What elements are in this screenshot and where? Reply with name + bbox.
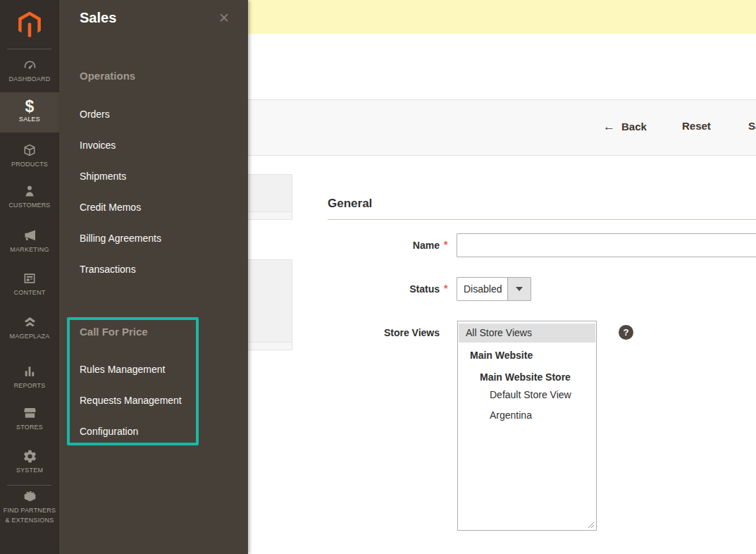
bar-chart-icon [0, 364, 59, 380]
section-title: General [328, 197, 372, 211]
sidebar-item-label: PRODUCTS [0, 161, 59, 168]
sidebar-item-stores[interactable]: STORES [0, 406, 59, 431]
name-label: Name [271, 240, 440, 251]
sidebar-item-label-line2: & EXTENSIONS [0, 517, 59, 524]
sidebar-item-content[interactable]: CONTENT [0, 271, 59, 297]
flyout-section-heading-call-for-price: Call For Price [80, 326, 148, 338]
sidebar-item-label: REPORTS [0, 382, 59, 390]
sidebar-item-label: SYSTEM [0, 467, 59, 474]
store-views-help-icon[interactable]: ? [619, 325, 633, 340]
storefront-icon [0, 406, 59, 421]
store-views-option-all-store-views[interactable]: All Store Views [459, 324, 595, 343]
flyout-item-billing-agreements[interactable]: Billing Agreements [80, 233, 161, 244]
status-required-asterisk: * [444, 283, 447, 294]
flyout-item-rules-management[interactable]: Rules Management [80, 364, 165, 375]
sidebar-item-dashboard[interactable]: DASHBOARD [0, 58, 59, 83]
sidebar-item-label: DASHBOARD [0, 75, 59, 83]
flyout-item-credit-memos[interactable]: Credit Memos [80, 202, 141, 213]
sidebar-divider-bottom [7, 485, 51, 486]
admin-sidebar: DASHBOARD $ SALES PRODUCTS CUSTOMERS MAR… [0, 0, 59, 554]
sidebar-item-sales[interactable]: $ SALES [0, 92, 59, 133]
box-icon [0, 143, 59, 159]
status-select-arrow-button[interactable] [507, 278, 531, 300]
person-icon [0, 184, 59, 199]
flyout-section-heading-operations: Operations [80, 70, 135, 82]
flyout-item-invoices[interactable]: Invoices [80, 140, 116, 151]
sidebar-divider-top [7, 49, 51, 49]
reset-button[interactable]: Reset [682, 120, 711, 132]
save-button[interactable]: Save [748, 120, 756, 132]
sidebar-item-label: CONTENT [0, 289, 59, 297]
brick-icon [0, 489, 59, 505]
sidebar-item-label: MAGEPLAZA [0, 333, 59, 340]
flyout-item-shipments[interactable]: Shipments [80, 171, 126, 182]
store-views-label: Store Views [271, 327, 440, 338]
back-button-label: Back [621, 121, 647, 133]
megaphone-icon [0, 228, 59, 244]
name-input[interactable] [457, 233, 756, 257]
flyout-item-configuration[interactable]: Configuration [80, 426, 138, 437]
sales-flyout-menu: Sales ✕ Operations Orders Invoices Shipm… [59, 0, 248, 554]
sidebar-item-marketing[interactable]: MARKETING [0, 228, 59, 254]
sidebar-item-reports[interactable]: REPORTS [0, 364, 59, 390]
sidebar-item-label: CUSTOMERS [0, 202, 59, 209]
magento-logo[interactable] [0, 0, 59, 49]
dollar-icon: $ [0, 98, 59, 115]
back-button[interactable]: ←Back [603, 120, 647, 134]
sidebar-item-find-partners[interactable]: FIND PARTNERS & EXTENSIONS [0, 489, 59, 524]
section-divider [328, 219, 756, 220]
status-label: Status [271, 283, 440, 295]
magento-admin-screen: ←Back Reset Save General Name * Status *… [0, 0, 756, 554]
store-views-option-default-store-view[interactable]: Default Store View [459, 389, 595, 400]
sidebar-item-label: STORES [0, 424, 59, 431]
flyout-title: Sales [80, 10, 116, 26]
sidebar-item-label-line1: FIND PARTNERS [0, 507, 59, 515]
page-layout-icon [0, 271, 59, 287]
chevron-down-icon [516, 287, 523, 291]
status-select-value: Disabled [457, 283, 507, 295]
close-icon[interactable]: ✕ [216, 10, 233, 27]
name-required-asterisk: * [444, 239, 447, 250]
flyout-item-transactions[interactable]: Transactions [80, 264, 136, 275]
store-views-multiselect[interactable]: All Store Views Main Website Main Websit… [457, 321, 597, 531]
sidebar-item-mageplaza[interactable]: MAGEPLAZA [0, 315, 59, 340]
store-views-option-main-website[interactable]: Main Website [459, 350, 595, 361]
resize-handle-icon[interactable] [587, 521, 595, 529]
sidebar-item-products[interactable]: PRODUCTS [0, 143, 59, 168]
flyout-item-requests-management[interactable]: Requests Management [80, 395, 182, 406]
sidebar-item-system[interactable]: SYSTEM [0, 449, 59, 474]
store-views-option-argentina[interactable]: Argentina [459, 410, 595, 421]
sidebar-item-label: SALES [0, 116, 59, 123]
dashboard-gauge-icon [0, 58, 59, 73]
store-views-option-main-website-store[interactable]: Main Website Store [459, 371, 595, 383]
sidebar-item-label: MARKETING [0, 246, 59, 254]
status-select[interactable]: Disabled [457, 277, 531, 301]
sidebar-item-customers[interactable]: CUSTOMERS [0, 184, 59, 209]
flyout-item-orders[interactable]: Orders [80, 109, 110, 120]
magento-logo-icon [18, 11, 42, 39]
back-arrow-icon: ← [603, 120, 615, 133]
gear-icon [0, 449, 59, 464]
double-chevron-icon [0, 315, 59, 331]
